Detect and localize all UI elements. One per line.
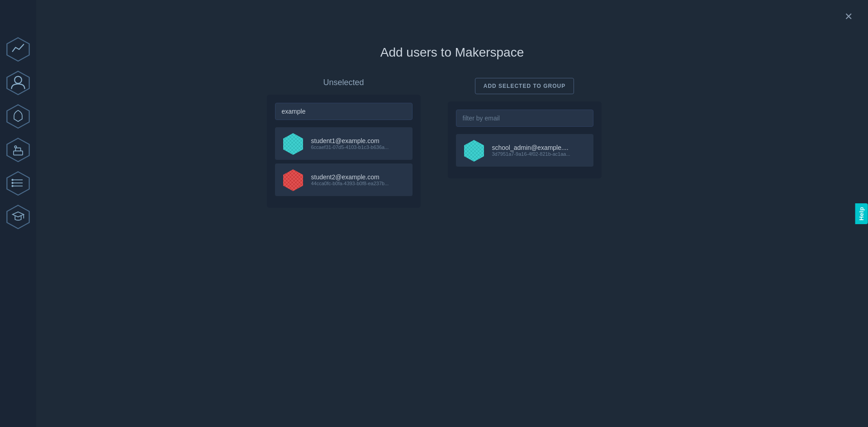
user-icon: [5, 70, 31, 95]
svg-point-15: [11, 182, 13, 184]
sidebar: [0, 0, 36, 427]
sidebar-item-analytics[interactable]: [5, 36, 31, 62]
avatar: [281, 168, 305, 192]
unselected-list-container: student1@example.com 6ccaef31-07d5-4103-…: [267, 95, 421, 208]
sidebar-item-users[interactable]: [5, 70, 31, 95]
user-id: 6ccaef31-07d5-4103-b1c3-b636a...: [311, 144, 389, 150]
help-tab-wrapper: Help: [855, 203, 868, 224]
avatar: [281, 132, 305, 155]
help-tab[interactable]: Help: [855, 203, 868, 224]
svg-point-16: [11, 185, 13, 187]
svg-marker-31: [464, 140, 484, 162]
close-button[interactable]: ✕: [842, 10, 855, 24]
user-email: student2@example.com: [311, 173, 389, 181]
svg-marker-1: [7, 71, 29, 95]
user-id: 3d7951a7-9a16-4f02-821b-ac1aa...: [492, 151, 570, 157]
svg-marker-27: [283, 169, 303, 191]
sidebar-item-lists[interactable]: [5, 170, 31, 196]
add-selected-to-group-button[interactable]: ADD SELECTED TO GROUP: [475, 78, 574, 94]
left-column: Unselected: [267, 78, 421, 208]
list-item[interactable]: student2@example.com 44cca0fc-b0fa-4393-…: [275, 163, 413, 196]
list-icon: [5, 170, 31, 196]
list-item[interactable]: student1@example.com 6ccaef31-07d5-4103-…: [275, 127, 413, 160]
graduation-icon: [5, 204, 31, 229]
sidebar-item-security[interactable]: [5, 103, 31, 129]
user-email: school_admin@example....: [492, 144, 570, 151]
filter-email-input[interactable]: [456, 110, 593, 127]
user-info: student2@example.com 44cca0fc-b0fa-4393-…: [311, 173, 389, 186]
avatar: [462, 139, 486, 162]
columns-row: Unselected: [267, 78, 638, 208]
svg-rect-5: [14, 151, 23, 155]
sidebar-item-equipment[interactable]: [5, 137, 31, 162]
chart-icon: [5, 36, 31, 62]
svg-marker-10: [7, 172, 29, 195]
dialog-title: Add users to Makerspace: [380, 45, 524, 60]
svg-point-14: [11, 179, 13, 181]
svg-marker-18: [13, 212, 24, 217]
search-input[interactable]: [275, 103, 413, 120]
sidebar-item-education[interactable]: [5, 204, 31, 229]
user-email: student1@example.com: [311, 137, 389, 144]
right-column: ADD SELECTED TO GROUP: [448, 78, 602, 178]
svg-marker-4: [7, 138, 29, 162]
equipment-icon: [5, 137, 31, 162]
user-info: school_admin@example.... 3d7951a7-9a16-4…: [492, 144, 570, 157]
shield-icon: [5, 103, 31, 129]
user-info: student1@example.com 6ccaef31-07d5-4103-…: [311, 137, 389, 150]
svg-marker-23: [283, 133, 303, 155]
main-content: Add users to Makerspace Unselected: [36, 0, 868, 427]
user-id: 44cca0fc-b0fa-4393-b0f8-ea237b...: [311, 181, 389, 186]
unselected-label: Unselected: [323, 78, 364, 87]
svg-point-2: [14, 77, 22, 84]
svg-point-9: [14, 146, 16, 148]
selected-list-container: school_admin@example.... 3d7951a7-9a16-4…: [448, 101, 602, 178]
list-item[interactable]: school_admin@example.... 3d7951a7-9a16-4…: [456, 134, 593, 167]
svg-marker-3: [7, 105, 29, 128]
